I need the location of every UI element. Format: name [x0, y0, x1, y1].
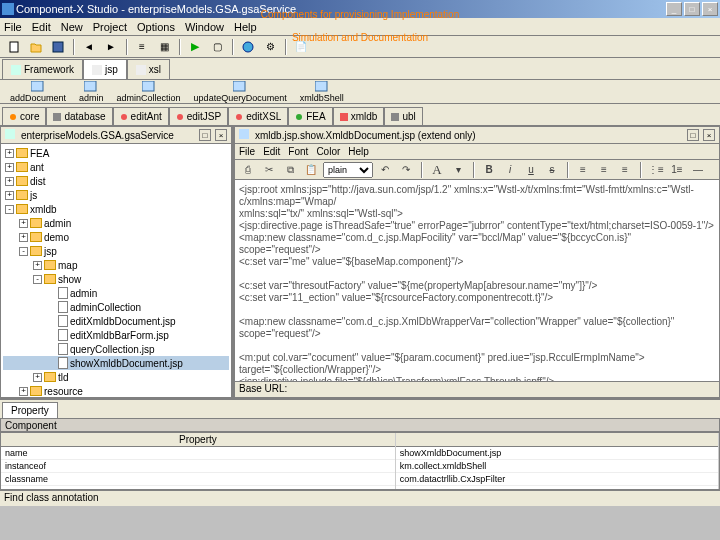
editor-menu-edit[interactable]: Edit — [263, 146, 280, 157]
editor-menu-help[interactable]: Help — [348, 146, 369, 157]
tree-toggle[interactable]: + — [19, 387, 28, 396]
menu-edit[interactable]: Edit — [32, 21, 51, 33]
tree-toggle[interactable]: + — [5, 149, 14, 158]
editor-menu-file[interactable]: File — [239, 146, 255, 157]
back-button[interactable]: ◄ — [79, 38, 99, 56]
menu-help[interactable]: Help — [234, 21, 257, 33]
tree-toggle[interactable]: + — [33, 373, 42, 382]
editor-undo-icon[interactable]: ↶ — [376, 162, 394, 178]
menu-project[interactable]: Project — [93, 21, 127, 33]
stab-editxsl[interactable]: editXSL — [228, 107, 288, 125]
italic-button[interactable]: i — [501, 162, 519, 178]
sbtn-admin[interactable]: admin — [73, 80, 110, 104]
editor-style-select[interactable]: plain — [323, 162, 373, 178]
tree-item[interactable]: -show — [3, 272, 229, 286]
editor-cut-icon[interactable]: ✂ — [260, 162, 278, 178]
align-right-icon[interactable]: ≡ — [616, 162, 634, 178]
tree-item[interactable]: showXmldbDocument.jsp — [3, 356, 229, 370]
editor-print-icon[interactable]: ⎙ — [239, 162, 257, 178]
tree-item[interactable]: -jsp — [3, 244, 229, 258]
editor-menu-font[interactable]: Font — [288, 146, 308, 157]
bold-button[interactable]: B — [480, 162, 498, 178]
sbtn-adddocument[interactable]: addDocument — [4, 80, 72, 104]
tree-toggle[interactable]: + — [19, 219, 28, 228]
list-button[interactable]: ≡ — [132, 38, 152, 56]
close-button[interactable]: × — [702, 2, 718, 16]
tree-item[interactable]: +demo — [3, 230, 229, 244]
prop-val-name[interactable]: showXmldbDocument.jsp — [396, 447, 718, 460]
tree-max-button[interactable]: □ — [199, 129, 211, 141]
list-ol-icon[interactable]: 1≡ — [668, 162, 686, 178]
new-button[interactable] — [4, 38, 24, 56]
tree-item[interactable]: +FEA — [3, 146, 229, 160]
list-ul-icon[interactable]: ⋮≡ — [647, 162, 665, 178]
doc-button[interactable]: 📄 — [291, 38, 311, 56]
editor-font-icon[interactable]: A — [428, 162, 446, 178]
open-button[interactable] — [26, 38, 46, 56]
editor-paste-icon[interactable]: 📋 — [302, 162, 320, 178]
editor-close-button[interactable]: × — [703, 129, 715, 141]
tree-item[interactable]: +admin — [3, 216, 229, 230]
grid-button[interactable]: ▦ — [154, 38, 174, 56]
stab-database[interactable]: database — [46, 107, 112, 125]
save-button[interactable] — [48, 38, 68, 56]
prop-val-classname[interactable]: com.datactrllib.CxJspFilter — [396, 473, 718, 486]
tree-toggle[interactable]: - — [33, 275, 42, 284]
tree-item[interactable]: -xmldb — [3, 202, 229, 216]
editor-redo-icon[interactable]: ↷ — [397, 162, 415, 178]
menu-file[interactable]: File — [4, 21, 22, 33]
menu-window[interactable]: Window — [185, 21, 224, 33]
stab-xmldb[interactable]: xmldb — [333, 107, 385, 125]
stab-editant[interactable]: editAnt — [113, 107, 169, 125]
strike-button[interactable]: s — [543, 162, 561, 178]
tree-item[interactable]: editXmldbBarForm.jsp — [3, 328, 229, 342]
align-left-icon[interactable]: ≡ — [574, 162, 592, 178]
editor-menu-color[interactable]: Color — [316, 146, 340, 157]
prop-val-instanceof[interactable]: km.collect.xmldbShell — [396, 460, 718, 473]
menu-options[interactable]: Options — [137, 21, 175, 33]
maximize-button[interactable]: □ — [684, 2, 700, 16]
browser-button[interactable] — [238, 38, 258, 56]
property-tab[interactable]: Property — [2, 402, 58, 418]
run-button[interactable]: ▶ — [185, 38, 205, 56]
stab-core[interactable]: core — [2, 107, 46, 125]
tree-item[interactable]: +ant — [3, 160, 229, 174]
stab-fea[interactable]: FEA — [288, 107, 332, 125]
tree-item[interactable]: admin — [3, 286, 229, 300]
tree-view[interactable]: +FEA+ant+dist+js-xmldb+admin+demo-jsp+ma… — [1, 144, 231, 397]
forward-button[interactable]: ► — [101, 38, 121, 56]
prop-key-name[interactable]: name — [1, 447, 395, 460]
tab-jsp[interactable]: jsp — [83, 59, 127, 79]
tree-item[interactable]: +js — [3, 188, 229, 202]
tree-toggle[interactable]: - — [5, 205, 14, 214]
tree-item[interactable]: +map — [3, 258, 229, 272]
tab-xsl[interactable]: xsl — [127, 59, 170, 79]
tree-item[interactable]: editXmldbDocument.jsp — [3, 314, 229, 328]
stab-ubl[interactable]: ubl — [384, 107, 422, 125]
tree-item[interactable]: +resource — [3, 384, 229, 397]
tree-item[interactable]: adminCollection — [3, 300, 229, 314]
hr-icon[interactable]: — — [689, 162, 707, 178]
align-center-icon[interactable]: ≡ — [595, 162, 613, 178]
tree-toggle[interactable]: + — [19, 233, 28, 242]
cascade-button[interactable]: ▢ — [207, 38, 227, 56]
tree-toggle[interactable]: - — [19, 247, 28, 256]
tree-item[interactable]: queryCollection.jsp — [3, 342, 229, 356]
sbtn-xmldbshell[interactable]: xmldbShell — [294, 80, 350, 104]
tree-toggle[interactable]: + — [5, 191, 14, 200]
tree-item[interactable]: +tld — [3, 370, 229, 384]
prop-key-instanceof[interactable]: instanceof — [1, 460, 395, 473]
tab-framework[interactable]: Framework — [2, 59, 83, 79]
underline-button[interactable]: u — [522, 162, 540, 178]
tree-toggle[interactable]: + — [5, 177, 14, 186]
minimize-button[interactable]: _ — [666, 2, 682, 16]
gear-button[interactable]: ⚙ — [260, 38, 280, 56]
prop-key-classname[interactable]: classname — [1, 473, 395, 486]
sbtn-updatequery[interactable]: updateQueryDocument — [188, 80, 293, 104]
editor-max-button[interactable]: □ — [687, 129, 699, 141]
menu-new[interactable]: New — [61, 21, 83, 33]
editor-copy-icon[interactable]: ⧉ — [281, 162, 299, 178]
editor-text-area[interactable]: <jsp:root xmlns:jsp="http://java.sun.com… — [235, 180, 719, 381]
tree-toggle[interactable]: + — [5, 163, 14, 172]
tree-close-button[interactable]: × — [215, 129, 227, 141]
